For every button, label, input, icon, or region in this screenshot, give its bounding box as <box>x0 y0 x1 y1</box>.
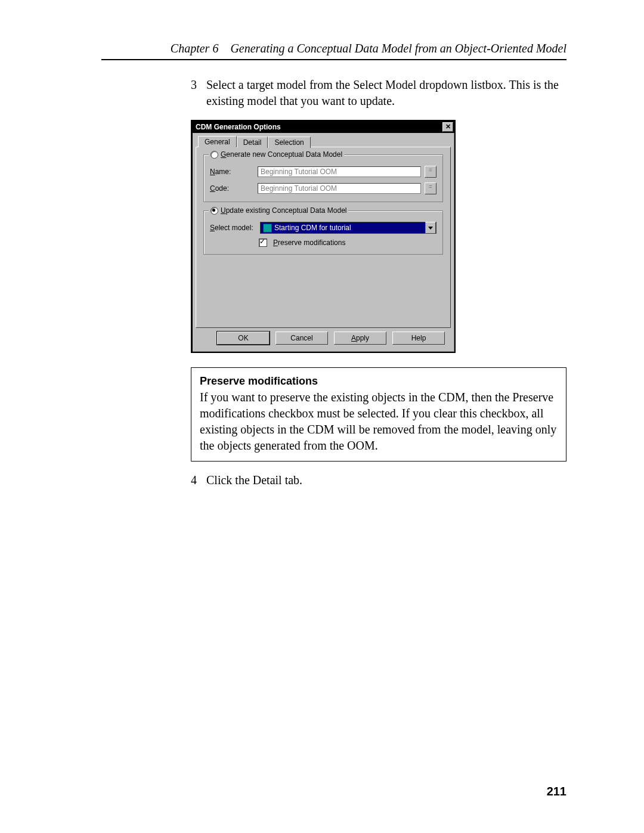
chapter-label: Chapter 6 <box>171 42 219 55</box>
group-generate-new: Generate new Conceptual Data Model Name:… <box>203 154 443 202</box>
model-icon <box>263 224 272 233</box>
group-update-existing: Update existing Conceptual Data Model Se… <box>203 210 443 255</box>
cancel-button[interactable]: Cancel <box>275 332 328 345</box>
group-generate-legend: Generate new Conceptual Data Model <box>221 150 342 159</box>
preserve-modifications-label: Preserve modifications <box>273 239 345 247</box>
ok-button[interactable]: OK <box>217 332 270 345</box>
select-model-value: Starting CDM for tutorial <box>274 224 351 232</box>
step-number: 4 <box>191 472 206 488</box>
note-heading: Preserve modifications <box>200 374 558 388</box>
select-model-label: Select model: <box>210 224 256 232</box>
radio-generate-new[interactable] <box>210 151 218 159</box>
tab-selection[interactable]: Selection <box>268 137 310 148</box>
name-label: Name: <box>210 168 254 176</box>
help-button[interactable]: Help <box>392 332 445 345</box>
note-body: If you want to preserve the existing obj… <box>200 389 558 454</box>
code-label: Code: <box>210 184 254 193</box>
page-number: 211 <box>547 785 566 798</box>
chevron-down-icon[interactable] <box>425 222 436 234</box>
apply-button[interactable]: Apply <box>334 332 386 345</box>
running-head: Chapter 6 Generating a Conceptual Data M… <box>101 42 566 60</box>
code-field[interactable] <box>258 183 421 194</box>
preserve-modifications-checkbox[interactable] <box>259 239 267 247</box>
tab-detail[interactable]: Detail <box>237 137 268 148</box>
group-update-legend: Update existing Conceptual Data Model <box>221 206 346 215</box>
step-number: 3 <box>191 77 206 93</box>
chapter-title: Generating a Conceptual Data Model from … <box>230 42 566 55</box>
radio-update-existing[interactable] <box>210 207 218 215</box>
dialog-titlebar: CDM Generation Options ✕ <box>192 121 454 133</box>
code-assist-button[interactable]: = <box>425 182 436 194</box>
dialog-title: CDM Generation Options <box>196 123 442 131</box>
tab-panel-general: Generate new Conceptual Data Model Name:… <box>196 147 451 328</box>
step-4: 4 Click the Detail tab. <box>191 472 566 488</box>
step-text: Select a target model from the Select Mo… <box>206 77 566 109</box>
close-icon[interactable]: ✕ <box>442 122 453 132</box>
note-preserve-modifications: Preserve modifications If you want to pr… <box>191 367 566 462</box>
select-model-dropdown[interactable]: Starting CDM for tutorial <box>260 222 436 234</box>
name-field[interactable] <box>258 166 421 177</box>
tab-general[interactable]: General <box>198 136 237 147</box>
step-3: 3 Select a target model from the Select … <box>191 77 566 109</box>
cdm-generation-options-dialog: CDM Generation Options ✕ General Detail … <box>191 120 456 353</box>
dialog-button-row: OK Cancel Apply Help <box>196 328 451 347</box>
step-text: Click the Detail tab. <box>206 472 566 488</box>
tab-strip: General Detail Selection <box>198 135 451 147</box>
name-assist-button[interactable]: = <box>425 166 436 178</box>
